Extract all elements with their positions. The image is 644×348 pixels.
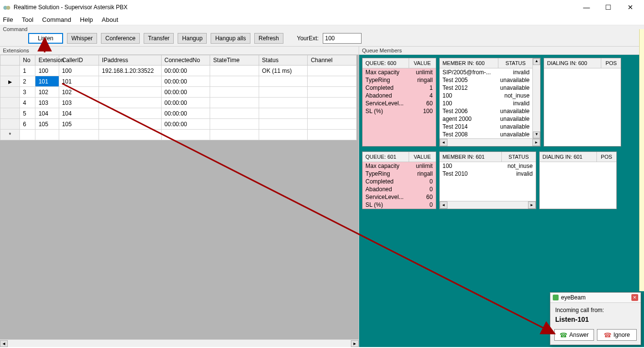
queue-stat-row: ServiceLevel...60 (363, 193, 436, 201)
member-row: 100invalid (440, 99, 533, 107)
whisper-button[interactable]: Whisper (67, 33, 97, 44)
queue-value-header: VALUE (409, 152, 436, 162)
transfer-button[interactable]: Transfer (144, 33, 174, 44)
queue-stat-row: Abadoned4 (363, 92, 436, 99)
queue-card: QUEUE: 600VALUE Max capacityunlimitTypeR… (362, 58, 641, 147)
app-icon (3, 3, 11, 11)
member-row: Test 2006unavailable (440, 107, 533, 115)
extensions-grid[interactable]: NoExtensionCallerIDIPaddressConnectedNoS… (0, 55, 357, 140)
answer-button[interactable]: ☎Answer (554, 329, 594, 341)
queue-header: QUEUE: 601 (363, 152, 409, 162)
popup-from: Listen-101 (555, 315, 636, 323)
col-header[interactable]: ConnectedNo (161, 55, 210, 66)
menu-about[interactable]: About (102, 16, 118, 23)
queue-stat-row: ServiceLevel...60 (363, 99, 436, 107)
queue-stat-row: Completed0 (363, 178, 436, 185)
command-panel: Command Listen Whisper Conference Transf… (0, 25, 644, 47)
menu-help[interactable]: Help (80, 16, 93, 23)
scroll-right-icon[interactable]: ► (351, 340, 359, 347)
maximize-button[interactable]: ☐ (597, 0, 619, 14)
h-scrollbar[interactable]: ◄ ► (0, 339, 359, 347)
table-row[interactable]: 3 102 10200:00:00 (0, 87, 357, 98)
ignore-label: Ignore (613, 331, 630, 338)
table-row[interactable]: 5 104 10400:00:00 (0, 108, 357, 119)
note-strip (639, 29, 644, 291)
popup-close-icon[interactable]: ✕ (631, 294, 638, 301)
table-row-new[interactable]: * (0, 130, 357, 140)
extensions-grid-wrap[interactable]: NoExtensionCallerIDIPaddressConnectedNoS… (0, 55, 359, 339)
h-scrollbar-mini[interactable]: ◄► (440, 138, 541, 146)
refresh-button[interactable]: Refresh (254, 33, 283, 44)
col-header[interactable]: No (20, 55, 35, 66)
queue-stat-row: Completed1 (363, 84, 436, 92)
svg-point-1 (6, 6, 10, 10)
queue-card: QUEUE: 601VALUE Max capacityunlimitTypeR… (362, 151, 641, 209)
pos-header: POS (601, 58, 621, 68)
window-titlebar: Realtime Solution - Supervisor Astersik … (0, 0, 644, 15)
member-row: agent 2000unavailable (440, 115, 533, 123)
queue-stats-box: QUEUE: 600VALUE Max capacityunlimitTypeR… (362, 58, 436, 147)
queue-header: QUEUE: 600 (363, 58, 409, 68)
col-header[interactable]: Extension (35, 55, 59, 66)
scroll-down-icon[interactable]: ▼ (533, 132, 540, 138)
phone-ignore-icon: ☎ (604, 331, 611, 339)
ignore-button[interactable]: ☎Ignore (597, 329, 637, 341)
hangupalls-button[interactable]: Hangup alls (211, 33, 250, 44)
queue-value-header: VALUE (409, 58, 436, 68)
extensions-label: Extensions (0, 47, 359, 55)
member-row: 100not_inuse (440, 162, 536, 170)
col-header[interactable]: IPaddress (99, 55, 162, 66)
queue-members-box: MEMBER IN: 601STATUS 100not_inuseTest 20… (439, 151, 536, 209)
dialing-header: DIALING IN: 600 (544, 58, 601, 68)
member-row: Test 2005unavailable (440, 76, 533, 84)
answer-label: Answer (569, 331, 589, 338)
member-row: SIP/2005@from-...invalid (440, 68, 533, 76)
yourext-label: YourExt: (297, 35, 319, 42)
scroll-left-icon[interactable]: ◄ (0, 340, 8, 347)
status-header: STATUS (502, 152, 536, 162)
listen-button[interactable]: Listen (28, 33, 63, 44)
yourext-input[interactable] (323, 33, 362, 44)
menu-tool[interactable]: Tool (22, 16, 33, 23)
table-row[interactable]: ▶ 2 101 10100:00:00 (0, 76, 357, 87)
col-header[interactable]: StateTime (210, 55, 259, 66)
col-header[interactable]: Status (259, 55, 308, 66)
scroll-left-icon[interactable]: ◄ (440, 201, 447, 209)
dialing-header: DIALING IN: 601 (540, 152, 597, 162)
menu-bar: File Tool Command Help About (0, 15, 644, 25)
menu-command[interactable]: Command (42, 16, 71, 23)
minimize-button[interactable]: — (576, 0, 597, 14)
member-row: 100not_inuse (440, 92, 533, 99)
queue-stat-row: SL (%)0 (363, 201, 436, 209)
queue-stat-row: Max capacityunlimit (363, 162, 436, 170)
command-label: Command (0, 25, 644, 32)
member-row: Test 2014unavailable (440, 123, 533, 131)
close-button[interactable]: ✕ (619, 0, 641, 14)
table-row[interactable]: 4 103 10300:00:00 (0, 98, 357, 108)
queue-dialing-box: DIALING IN: 600POS (544, 58, 621, 147)
queue-members-label: Queue Members (359, 47, 644, 55)
table-row[interactable]: 1 100 100192.168.1.20:3352200:00:00OK (1… (0, 66, 357, 76)
queue-stat-row: Max capacityunlimit (363, 68, 436, 76)
popup-line1: Incoming call from: (555, 307, 636, 314)
queue-stat-row: TypeRingringall (363, 170, 436, 178)
table-row[interactable]: 6 105 10500:00:00 (0, 119, 357, 130)
col-header[interactable]: Channel (308, 55, 357, 66)
phone-answer-icon: ☎ (560, 331, 567, 339)
queue-stat-row: SL (%)100 (363, 107, 436, 115)
scroll-right-icon[interactable]: ► (532, 139, 540, 146)
h-scrollbar-mini[interactable]: ◄► (440, 201, 536, 209)
member-row: Test 2008unavailable (440, 131, 533, 138)
conference-button[interactable]: Conference (101, 33, 140, 44)
queue-stat-row: Abadoned0 (363, 185, 436, 193)
v-scrollbar[interactable]: ▲▼ (532, 58, 540, 138)
member-header: MEMBER IN: 601 (440, 152, 502, 162)
hangup-button[interactable]: Hangup (178, 33, 207, 44)
scroll-right-icon[interactable]: ► (528, 201, 536, 209)
scroll-left-icon[interactable]: ◄ (440, 139, 447, 146)
menu-file[interactable]: File (3, 16, 13, 23)
queue-stats-box: QUEUE: 601VALUE Max capacityunlimitTypeR… (362, 151, 436, 209)
extensions-panel: Extensions NoExtensionCallerIDIPaddressC… (0, 47, 359, 347)
col-header[interactable]: CallerID (59, 55, 99, 66)
scroll-up-icon[interactable]: ▲ (533, 58, 540, 65)
